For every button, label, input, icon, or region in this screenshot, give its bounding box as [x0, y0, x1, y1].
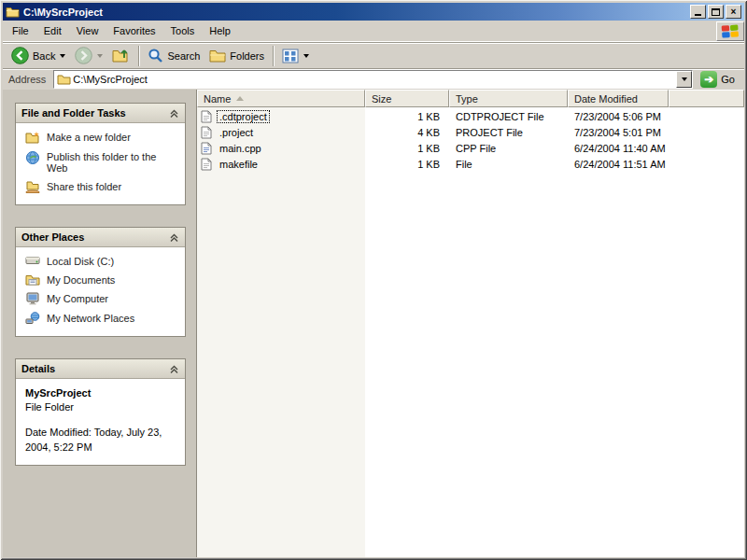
forward-button[interactable] — [70, 44, 107, 67]
up-button[interactable] — [107, 44, 134, 67]
address-combo[interactable] — [53, 70, 693, 89]
panel-file-and-folder-tasks: File and Folder Tasks Make a new folder — [15, 103, 186, 205]
close-button[interactable]: × — [726, 5, 741, 19]
go-arrow-icon: ➔ — [700, 71, 717, 88]
file-date-modified: 6/24/2004 11:40 AM — [568, 143, 669, 154]
column-header-label: Type — [456, 93, 478, 105]
search-icon — [148, 48, 163, 63]
panel-title: Other Places — [21, 231, 84, 243]
network-places-icon — [25, 312, 40, 325]
sort-ascending-icon — [236, 96, 244, 101]
place-label: My Computer — [47, 293, 108, 304]
column-header-type[interactable]: Type — [449, 90, 568, 107]
file-type: CDTPROJECT File — [449, 111, 568, 122]
file-icon — [201, 126, 212, 139]
close-icon: × — [731, 7, 737, 17]
search-button[interactable]: Search — [143, 44, 204, 67]
file-list: Name Size Type Date Modified — [196, 90, 744, 557]
menu-tools[interactable]: Tools — [163, 22, 203, 39]
maximize-button[interactable] — [708, 5, 724, 19]
sorted-column-highlight — [197, 107, 365, 557]
views-button[interactable] — [277, 44, 314, 67]
minimize-button[interactable] — [690, 5, 706, 19]
panel-header-file-and-folder-tasks[interactable]: File and Folder Tasks — [16, 104, 185, 123]
place-my-network-places[interactable]: My Network Places — [25, 313, 179, 325]
panel-title: File and Folder Tasks — [21, 107, 126, 119]
column-header-size[interactable]: Size — [365, 90, 449, 107]
address-dropdown-button[interactable] — [676, 71, 692, 88]
collapse-chevron-icon[interactable] — [169, 364, 179, 374]
folder-up-icon — [112, 48, 130, 63]
disk-icon — [25, 255, 40, 266]
column-header-date-modified[interactable]: Date Modified — [568, 90, 669, 107]
panel-header-other-places[interactable]: Other Places — [16, 228, 185, 247]
details-folder-type: File Folder — [25, 401, 179, 413]
file-name: main.cpp — [217, 142, 264, 155]
toolbar: Back Search Folders — [3, 42, 744, 68]
explorer-content: File and Folder Tasks Make a new folder — [3, 90, 744, 557]
go-button[interactable]: ➔ Go — [693, 71, 740, 88]
collapse-chevron-icon[interactable] — [169, 108, 179, 119]
place-my-computer[interactable]: My Computer — [25, 293, 179, 305]
menu-view[interactable]: View — [69, 22, 106, 39]
toolbar-separator — [273, 46, 274, 66]
windows-flag-icon — [716, 21, 744, 41]
file-row-makefile[interactable]: makefile 1 KB File 6/24/2004 11:51 AM — [197, 156, 744, 172]
address-label: Address — [8, 74, 46, 85]
file-size: 1 KB — [365, 143, 449, 154]
place-label: My Network Places — [47, 313, 134, 324]
search-button-label: Search — [167, 50, 200, 62]
views-grid-icon — [282, 49, 299, 63]
address-input[interactable] — [71, 72, 676, 87]
go-button-label: Go — [721, 74, 735, 85]
file-icon — [201, 158, 212, 171]
file-size: 1 KB — [365, 159, 449, 170]
minimize-icon — [695, 14, 701, 16]
menu-favorites[interactable]: Favorites — [106, 22, 162, 39]
chevron-down-icon — [682, 77, 687, 81]
maximize-icon — [712, 8, 720, 16]
titlebar[interactable]: C:\MySrcProject × — [3, 3, 744, 21]
file-row-project[interactable]: .project 4 KB PROJECT File 7/23/2004 5:0… — [197, 124, 744, 140]
column-header-name[interactable]: Name — [197, 90, 365, 107]
file-name: .project — [217, 126, 256, 139]
panel-header-details[interactable]: Details — [16, 359, 185, 379]
column-header-label: Size — [372, 93, 391, 105]
panel-body: Local Disk (C:) My Documents My Computer — [16, 247, 185, 336]
file-row-main-cpp[interactable]: main.cpp 1 KB CPP File 6/24/2004 11:40 A… — [197, 140, 744, 156]
address-folder-icon — [57, 74, 71, 85]
collapse-chevron-icon[interactable] — [169, 232, 179, 243]
views-dropdown-icon — [303, 54, 309, 58]
file-name: makefile — [217, 158, 261, 171]
explorer-window: C:\MySrcProject × File Edit View Favorit… — [0, 0, 747, 560]
column-header-label: Date Modified — [574, 93, 638, 105]
back-button[interactable]: Back — [7, 44, 70, 67]
toolbar-separator — [138, 46, 139, 66]
panel-title: Details — [21, 363, 55, 374]
file-size: 4 KB — [365, 127, 449, 138]
place-local-disk-c[interactable]: Local Disk (C:) — [25, 256, 179, 267]
menu-file[interactable]: File — [5, 22, 36, 39]
menubar: File Edit View Favorites Tools Help — [3, 21, 744, 42]
file-date-modified: 6/24/2004 11:51 AM — [568, 159, 669, 170]
column-header-filler — [669, 90, 744, 107]
menu-edit[interactable]: Edit — [36, 22, 69, 39]
window-title: C:\MySrcProject — [23, 7, 688, 18]
share-folder-icon — [25, 180, 40, 193]
panel-body: MySrcProject File Folder Date Modified: … — [16, 379, 185, 465]
back-dropdown-icon — [60, 54, 65, 58]
folders-button[interactable]: Folders — [204, 44, 269, 67]
folder-icon — [6, 6, 20, 18]
column-header-label: Name — [204, 93, 231, 105]
place-my-documents[interactable]: My Documents — [25, 274, 179, 286]
new-folder-icon — [25, 131, 40, 144]
task-share-folder[interactable]: Share this folder — [25, 181, 179, 193]
file-rows: .cdtproject 1 KB CDTPROJECT File 7/23/20… — [197, 108, 744, 172]
task-make-new-folder[interactable]: Make a new folder — [25, 132, 179, 144]
file-row-cdtproject[interactable]: .cdtproject 1 KB CDTPROJECT File 7/23/20… — [197, 108, 744, 124]
documents-folder-icon — [25, 273, 40, 286]
panel-details: Details MySrcProject File Folder Date Mo… — [15, 358, 186, 466]
task-publish-folder-web[interactable]: Publish this folder to the Web — [25, 151, 179, 174]
menu-help[interactable]: Help — [202, 22, 238, 39]
forward-circle-arrow-icon — [75, 47, 92, 64]
